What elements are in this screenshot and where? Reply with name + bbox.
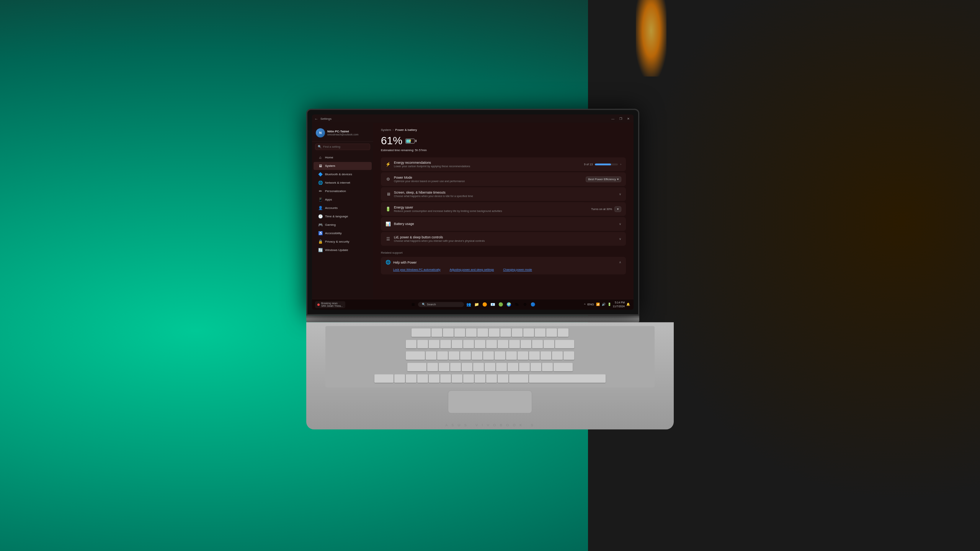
notification-icon[interactable]: 🔔 [626,302,630,306]
energy-saver-row[interactable]: 🔋 Energy saver Reduce power consumption … [381,202,626,216]
help-link-lock[interactable]: Lock your Windows PC automatically [393,268,440,271]
pinned-app-firefox[interactable]: 🟠 [481,301,488,308]
pinned-app-file[interactable]: 📁 [473,301,480,308]
screen-sleep-row[interactable]: 🖥 Screen, sleep, & hibernate timeouts Ch… [381,187,626,201]
taskbar-right: ^ ENG 📶 🔊 🔋 5:14 PM 11/7/2024 🔔 [584,301,630,308]
battery-usage-title: Battery usage [394,222,616,226]
key-f5 [477,328,488,337]
key-backspace [555,340,574,348]
key-f7 [500,328,511,337]
energy-saver-dropdown[interactable]: ▾ [614,206,621,212]
screen-sleep-chevron-icon: ∨ [619,192,621,196]
key-1 [417,340,428,348]
battery-icon: ⚡ [405,139,416,143]
power-mode-dropdown[interactable]: Best Power Efficiency ▾ [586,176,621,182]
key-slash [498,374,508,383]
lid-controls-right: ∨ [619,237,621,241]
sidebar-item-time[interactable]: 🕐 Time & language [314,212,372,220]
key-f12 [558,328,568,337]
sidebar-item-apps[interactable]: 📱 Apps [314,196,372,204]
sidebar-item-system[interactable]: 🖥 System [314,162,372,170]
search-input[interactable] [323,145,368,148]
sidebar-item-network-label: Network & internet [325,181,350,184]
key-4 [452,340,462,348]
sidebar-item-bluetooth[interactable]: 🔷 Bluetooth & devices [314,170,372,178]
power-mode-desc: Optimize your device based on power use … [394,180,583,183]
pinned-app-edge[interactable]: 🌍 [505,301,512,308]
tray-wifi-icon[interactable]: 📶 [596,302,600,306]
key-q [426,351,436,360]
sidebar-item-home[interactable]: ⌂ Home [314,153,372,161]
pinned-app-chat[interactable]: 🟢 [497,301,504,308]
battery-usage-icon: 📊 [385,222,391,227]
sidebar-item-personalization[interactable]: ✏ Personalization [314,187,372,195]
energy-rec-progress-fill [595,163,611,165]
minimize-button[interactable]: — [610,116,616,121]
sidebar-item-accounts[interactable]: 👤 Accounts [314,204,372,212]
sidebar-item-time-label: Time & language [325,215,348,218]
help-link-changing[interactable]: Changing power mode [503,268,532,271]
restore-button[interactable]: ❐ [617,116,624,121]
energy-saver-title: Energy saver [394,205,588,209]
pinned-app-mail[interactable]: 📧 [489,301,496,308]
laptop-hinge [306,315,639,322]
tray-chevron-icon[interactable]: ^ [584,302,586,306]
pinned-app-settings[interactable]: ⚙ [521,301,528,308]
screen-bezel: ← Settings — ❐ ✕ N [306,109,639,315]
key-6 [475,340,485,348]
sidebar-item-windows-update[interactable]: 🔄 Windows Update [314,246,372,254]
help-icon: 🌐 [385,260,391,265]
key-m [463,374,474,383]
search-box[interactable]: 🔍 [315,143,370,150]
battery-usage-row[interactable]: 📊 Battery usage ∨ [381,217,626,231]
sidebar-item-privacy[interactable]: 🔒 Privacy & security [314,238,372,246]
close-button[interactable]: ✕ [625,116,631,121]
energy-rec-right: 9 of 13 › [584,163,621,166]
help-with-power-row[interactable]: 🌐 Help with Power ∧ Lock your Windows PC… [381,257,626,274]
tray-clock[interactable]: 5:14 PM 11/7/2024 [613,301,625,308]
tray-battery-icon[interactable]: 🔋 [607,302,612,306]
key-r [460,351,471,360]
key-equals [544,340,554,348]
pinned-app-store[interactable]: 🛍 [513,301,520,308]
power-mode-title: Power Mode [394,176,583,179]
search-bar[interactable]: 🔍 Search [418,302,464,307]
tray-date-display: 11/7/2024 [613,305,625,308]
tray-volume-icon[interactable]: 🔊 [601,302,606,306]
breadcrumb: System › Power & battery [381,128,626,132]
related-support-section: Related support 🌐 Help with Power ∧ [381,251,626,274]
accessibility-icon: ♿ [318,231,323,235]
key-p [529,351,540,360]
back-button[interactable]: ← [314,117,318,121]
tray-lang-icon[interactable]: ENG [587,302,595,306]
news-ticker[interactable]: Breaking news SRK Death Threa... [315,301,345,308]
bluetooth-icon: 🔷 [318,172,323,176]
keyboard-row-qwerty [328,351,652,362]
estimated-time: Estimated time remaining: 5h 57min [381,148,626,152]
touchpad[interactable] [448,390,532,413]
lid-controls-row[interactable]: ☰ Lid, power & sleep button controls Cho… [381,232,626,246]
sidebar-item-personalization-label: Personalization [325,189,346,193]
keyboard-row-fn [328,328,652,339]
help-link-adjusting[interactable]: Adjusting power and sleep settings [449,268,494,271]
sidebar-item-gaming[interactable]: 🎮 Gaming [314,221,372,229]
pinned-app-widgets[interactable]: 👥 [465,301,472,308]
energy-rec-progress-bar [595,163,618,165]
key-j [496,363,507,371]
related-support-label: Related support [381,251,626,254]
sidebar-item-accessibility[interactable]: ♿ Accessibility [314,229,372,237]
taskbar: Breaking news SRK Death Threa... ⊞ 🔍 Sea… [312,299,634,310]
breadcrumb-parent[interactable]: System [381,128,391,132]
lid-controls-chevron-icon: ∨ [619,237,621,241]
sidebar-item-home-label: Home [325,156,333,159]
key-minus [532,340,543,348]
key-f8 [512,328,523,337]
energy-recommendations-row[interactable]: ⚡ Energy recommendations Lower your carb… [381,157,626,171]
power-mode-row[interactable]: ⚙ Power Mode Optimize your device based … [381,172,626,186]
sidebar-item-network[interactable]: 🌐 Network & internet [314,179,372,187]
start-button[interactable]: ⊞ [409,301,417,308]
pinned-app-xbox[interactable]: 🔵 [529,301,536,308]
key-shift-l [374,374,394,383]
key-lbracket [541,351,551,360]
battery-header: 61% ⚡ [381,135,626,147]
